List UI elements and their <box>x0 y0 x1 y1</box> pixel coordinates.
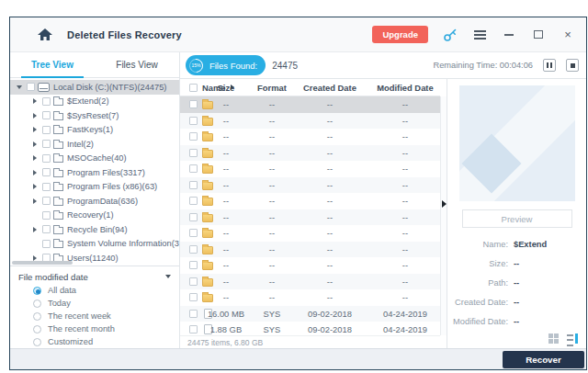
collapse-arrow-icon[interactable] <box>15 85 24 89</box>
stop-button[interactable] <box>566 59 579 72</box>
table-row[interactable]: Intel -- -- -- -- <box>180 145 440 162</box>
tree-horizontal-scrollbar[interactable] <box>12 261 73 265</box>
expand-arrow-icon[interactable] <box>30 98 40 104</box>
checkbox[interactable] <box>189 245 198 254</box>
expand-arrow-icon[interactable] <box>30 227 40 232</box>
pause-button[interactable] <box>543 59 556 72</box>
file-type-icon <box>202 165 213 174</box>
menu-button[interactable] <box>472 28 487 42</box>
checkbox[interactable] <box>189 277 198 286</box>
preview-button[interactable]: Preview <box>462 209 572 228</box>
table-row[interactable]: $Extend -- -- -- -- <box>180 96 440 113</box>
tree-item[interactable]: System Volume Information(3 <box>10 237 179 252</box>
select-all-checkbox[interactable] <box>189 84 198 92</box>
checkbox[interactable] <box>42 240 51 248</box>
checkbox[interactable] <box>42 97 51 106</box>
recover-button[interactable]: Recover <box>503 351 584 368</box>
tree-item[interactable]: Recycle Bin(94) <box>10 222 179 237</box>
table-row[interactable]: MSOCa... -- -- -- -- <box>180 161 440 177</box>
tree-item[interactable]: Program Files(3317) <box>10 165 179 180</box>
checkbox[interactable] <box>42 183 51 191</box>
filter-radio-option[interactable]: Today <box>18 297 171 310</box>
column-header-created[interactable]: Created Date <box>294 83 366 93</box>
maximize-button[interactable] <box>531 28 546 42</box>
checkbox[interactable] <box>42 126 51 134</box>
checkbox[interactable] <box>189 261 198 269</box>
checkbox[interactable] <box>189 132 198 141</box>
table-header-row: Name Size Format Created Date Modified D… <box>180 79 440 96</box>
column-header-size[interactable]: Size <box>202 83 250 93</box>
tree-item-root-drive[interactable]: Local Disk (C:)(NTFS)(24475) <box>10 80 179 95</box>
filter-header[interactable]: File modified date <box>18 269 171 284</box>
checkbox[interactable] <box>42 225 51 233</box>
column-header-format[interactable]: Format <box>250 83 294 93</box>
checkbox[interactable] <box>189 197 198 205</box>
checkbox[interactable] <box>42 154 51 163</box>
expand-arrow-icon[interactable] <box>30 170 40 175</box>
filter-radio-option[interactable]: Customized <box>18 335 171 348</box>
tree-item[interactable]: Program Files (x86)(63) <box>10 180 179 195</box>
table-row[interactable]: System ... -- -- -- -- <box>180 257 440 274</box>
filter-radio-option[interactable]: All data <box>18 284 171 297</box>
checkbox[interactable] <box>189 100 198 108</box>
table-row[interactable]: Progra... -- -- -- -- <box>180 193 440 209</box>
expand-arrow-icon[interactable] <box>30 141 40 147</box>
checkbox[interactable] <box>189 149 198 157</box>
expand-arrow-icon[interactable] <box>30 184 40 189</box>
expand-arrow-icon[interactable] <box>30 255 40 261</box>
table-row[interactable]: $SysReset -- -- -- -- <box>180 113 440 130</box>
close-button[interactable]: × <box>560 28 575 42</box>
scan-status-strip: 15% Files Found: 24475 Remaining Time: 0… <box>180 52 586 78</box>
table-row[interactable]: Recovery -- -- -- -- <box>180 225 440 242</box>
home-icon[interactable] <box>38 28 52 41</box>
checkbox[interactable] <box>42 111 51 119</box>
checkbox[interactable] <box>42 168 51 176</box>
checkbox[interactable] <box>189 325 198 333</box>
tree-item[interactable]: Recovery(1) <box>10 209 179 223</box>
expand-arrow-icon[interactable] <box>30 127 40 132</box>
tree-item[interactable]: FastKeys(1) <box>10 123 179 138</box>
checkbox[interactable] <box>42 211 51 220</box>
checkbox[interactable] <box>189 181 198 189</box>
tree-item[interactable]: ProgramData(636) <box>10 194 179 209</box>
table-row[interactable]: Progra... -- -- -- -- <box>180 177 440 194</box>
filter-radio-option[interactable]: The recent week <box>18 310 171 322</box>
table-row[interactable]: Recycle ... -- -- -- -- <box>180 242 440 258</box>
expand-arrow-icon[interactable] <box>30 198 40 204</box>
filter-radio-option[interactable]: The recent month <box>18 322 171 335</box>
tree-item[interactable]: MSOCache(40) <box>10 152 179 166</box>
grid-view-icon[interactable] <box>548 333 559 344</box>
checkbox[interactable] <box>189 164 198 173</box>
checkbox[interactable] <box>189 117 198 125</box>
file-type-icon <box>202 262 213 270</box>
checkbox[interactable] <box>189 293 198 301</box>
checkbox[interactable] <box>189 310 198 318</box>
table-row[interactable]: Progra... -- -- -- -- <box>180 209 440 226</box>
checkbox[interactable] <box>189 213 198 221</box>
table-row[interactable]: Users -- -- -- -- <box>180 274 440 290</box>
table-row[interactable]: swapfile... 16.00 MB SYS 09-02-2018 04-2… <box>180 306 440 322</box>
list-view-icon[interactable] <box>567 333 578 344</box>
checkbox[interactable] <box>42 197 51 205</box>
tab-files-view[interactable]: Files View <box>95 52 179 77</box>
files-found-badge: 15% Files Found: <box>186 55 266 75</box>
expand-arrow-icon[interactable] <box>30 113 40 119</box>
tree-item[interactable]: Intel(2) <box>10 137 179 152</box>
upgrade-button[interactable]: Upgrade <box>372 26 428 43</box>
expand-arrow-icon[interactable] <box>30 155 40 161</box>
table-row[interactable]: FastKeys -- -- -- -- <box>180 129 440 145</box>
close-icon: × <box>564 30 571 40</box>
minimize-button[interactable] <box>502 28 516 42</box>
table-vertical-scrollbar[interactable] <box>440 96 447 335</box>
table-row[interactable]: Windows -- -- -- -- <box>180 289 440 306</box>
table-rows: $Extend -- -- -- -- $SysReset -- -- -- -… <box>180 96 440 335</box>
checkbox[interactable] <box>42 140 51 148</box>
table-row[interactable]: pagefile... 1.88 GB SYS 09-02-2018 04-24… <box>180 322 440 335</box>
checkbox[interactable] <box>27 83 35 91</box>
tree-item[interactable]: $Extend(2) <box>10 95 179 109</box>
key-icon[interactable] <box>443 28 458 42</box>
tab-tree-view[interactable]: Tree View <box>10 52 95 77</box>
column-header-modified[interactable]: Modified Date <box>366 83 445 93</box>
tree-item[interactable]: $SysReset(7) <box>10 108 179 123</box>
checkbox[interactable] <box>189 229 198 237</box>
